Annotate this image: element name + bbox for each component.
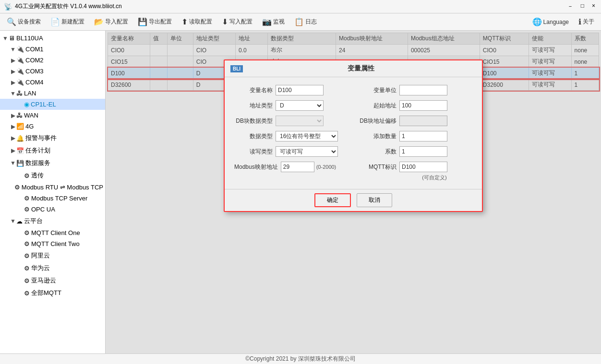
sidebar-item-mqtttwo[interactable]: ⚙MQTT Client Two bbox=[0, 238, 105, 249]
start-addr-label: 起始地址 bbox=[358, 102, 397, 110]
confirm-button[interactable]: 确定 bbox=[314, 193, 351, 207]
device-search-button[interactable]: 🔍 设备搜索 bbox=[3, 16, 45, 28]
sidebar-label-com2: COM2 bbox=[25, 57, 44, 64]
rw-type-label: 读写类型 bbox=[234, 148, 273, 156]
db-addr-offset-label: DB块地址偏移 bbox=[358, 117, 397, 125]
sidebar-item-modbusrtu[interactable]: ⚙Modbus RTU ⇌ Modbus TCP bbox=[0, 182, 105, 193]
tree-icon-transparent: ⚙ bbox=[24, 172, 30, 179]
var-unit-input[interactable] bbox=[399, 85, 447, 95]
app-icon: 📡 bbox=[4, 3, 12, 11]
tree-icon-4g: 📶 bbox=[16, 123, 24, 130]
modal-footer: 确定 取消 bbox=[225, 189, 482, 211]
sidebar-item-com2[interactable]: ▶🔌COM2 bbox=[0, 55, 105, 66]
title-bar-controls: － □ × bbox=[565, 2, 597, 11]
about-button[interactable]: ℹ 关于 bbox=[575, 16, 598, 28]
sidebar-item-mqttone[interactable]: ⚙MQTT Client One bbox=[0, 227, 105, 238]
sidebar-item-bl110ua[interactable]: ▼🖥BL110UA bbox=[0, 33, 105, 44]
coefficient-input[interactable] bbox=[399, 146, 447, 157]
export-icon: 💾 bbox=[138, 17, 147, 26]
add-count-label: 添加数量 bbox=[358, 132, 397, 141]
sidebar-item-4g[interactable]: ▶📶4G bbox=[0, 121, 105, 132]
tree-icon-task: 📅 bbox=[16, 147, 24, 154]
modbus-addr-label: Modbus映射地址 bbox=[234, 163, 278, 171]
import-config-button[interactable]: 📂 导入配置 bbox=[90, 16, 132, 28]
sidebar-item-lan[interactable]: ▼🖧LAN bbox=[0, 88, 105, 99]
sidebar-item-com1[interactable]: ▼🔌COM1 bbox=[0, 44, 105, 55]
modal-logo: BLI bbox=[230, 65, 243, 72]
tree-icon-huawei: ⚙ bbox=[24, 265, 30, 272]
modbus-addr-row: Modbus映射地址 (0-2000) bbox=[234, 162, 349, 172]
minimize-button[interactable]: － bbox=[565, 2, 575, 11]
modal-header: BLI 变量属性 bbox=[225, 60, 482, 77]
sidebar-label-task: 任务计划 bbox=[25, 146, 50, 155]
tree-icon-aliyun: ⚙ bbox=[24, 252, 30, 259]
sidebar-item-dataservice[interactable]: ▼💾数据服务 bbox=[0, 157, 105, 169]
maximize-button[interactable]: □ bbox=[579, 2, 586, 11]
tree-icon-modbustcp: ⚙ bbox=[24, 195, 30, 202]
copyright-text: ©Copyright 2021 by 深圳桀珠技术有限公司 bbox=[245, 355, 356, 363]
tree-icon-cp1l-el: ◉ bbox=[24, 101, 29, 108]
new-config-button[interactable]: 📄 新建配置 bbox=[47, 16, 88, 28]
sidebar-item-com4[interactable]: ▶🔌COM4 bbox=[0, 77, 105, 88]
sidebar-item-cp1l-el[interactable]: ◉CP1L-EL bbox=[0, 99, 105, 110]
addr-type-label: 地址类型 bbox=[234, 102, 273, 110]
modbus-addr-range: (0-2000) bbox=[316, 164, 337, 170]
var-unit-label: 变量单位 bbox=[358, 86, 397, 94]
var-name-label: 变量名称 bbox=[234, 86, 273, 94]
tree-icon-com2: 🔌 bbox=[16, 57, 24, 64]
title-bar: 📡 4G工业网关配置软件 V1.0.4 www.bliiot.cn － □ × bbox=[0, 0, 601, 13]
sidebar-label-dataservice: 数据服务 bbox=[25, 159, 50, 167]
export-config-button[interactable]: 💾 导出配置 bbox=[134, 16, 176, 28]
sidebar-item-aliyun[interactable]: ⚙阿里云 bbox=[0, 249, 105, 262]
new-config-icon: 📄 bbox=[50, 17, 60, 26]
app-title: 4G工业网关配置软件 V1.0.4 www.bliiot.cn bbox=[15, 2, 122, 11]
sidebar-item-com3[interactable]: ▶🔌COM3 bbox=[0, 66, 105, 77]
modbus-addr-input[interactable] bbox=[281, 162, 314, 172]
data-type-select[interactable]: 16位有符号整型16位无符号整型32位有符号整型布尔 bbox=[276, 131, 338, 141]
tree-icon-mqttone: ⚙ bbox=[24, 229, 30, 236]
status-bar: ©Copyright 2021 by 深圳桀珠技术有限公司 bbox=[0, 353, 601, 364]
tree-icon-mqtttwo: ⚙ bbox=[24, 240, 30, 247]
sidebar-label-com3: COM3 bbox=[25, 68, 44, 75]
sidebar-item-opcua[interactable]: ⚙OPC UA bbox=[0, 204, 105, 215]
addr-type-row: 地址类型 DCIOWH bbox=[234, 100, 349, 111]
sidebar-label-lan: LAN bbox=[24, 90, 36, 97]
mqtt-label-input[interactable] bbox=[399, 162, 447, 172]
sidebar-label-opcua: OPC UA bbox=[31, 206, 55, 213]
start-addr-input[interactable] bbox=[399, 100, 447, 111]
log-icon: 📋 bbox=[294, 17, 304, 26]
close-button[interactable]: × bbox=[590, 2, 597, 11]
modal-overlay: BLI 变量属性 变量名称 地址类型 DCIOWH bbox=[106, 31, 601, 353]
tree-icon-amazon: ⚙ bbox=[24, 277, 30, 284]
sidebar-item-cloudplatform[interactable]: ▼☁云平台 bbox=[0, 215, 105, 227]
import-icon: 📂 bbox=[94, 17, 104, 26]
sidebar-item-modbustcp[interactable]: ⚙Modbus TCP Server bbox=[0, 193, 105, 204]
sidebar-item-amazon[interactable]: ⚙亚马逊云 bbox=[0, 274, 105, 287]
sidebar-label-mqtttwo: MQTT Client Two bbox=[31, 240, 80, 247]
rw-type-select[interactable]: 可读可写只读只写 bbox=[276, 146, 338, 157]
sidebar-item-allmqtt[interactable]: ⚙全部MQTT bbox=[0, 287, 105, 299]
write-icon: ⬇ bbox=[222, 17, 228, 26]
var-unit-row: 变量单位 bbox=[358, 85, 472, 95]
sidebar-item-transparent[interactable]: ⚙透传 bbox=[0, 169, 105, 182]
sidebar-item-wan[interactable]: ▶🖧WAN bbox=[0, 110, 105, 121]
db-data-type-select bbox=[276, 116, 324, 126]
monitor-button[interactable]: 📷 监视 bbox=[258, 16, 288, 28]
sidebar-item-task[interactable]: ▶📅任务计划 bbox=[0, 144, 105, 157]
language-button[interactable]: 🌐 Language bbox=[529, 16, 573, 28]
var-name-input[interactable] bbox=[276, 85, 324, 95]
sidebar-label-alert: 报警与事件 bbox=[25, 134, 57, 142]
cancel-button[interactable]: 取消 bbox=[357, 193, 392, 207]
sidebar-item-alert[interactable]: ▶🔔报警与事件 bbox=[0, 132, 105, 144]
read-icon: ⬆ bbox=[181, 17, 188, 26]
log-button[interactable]: 📋 日志 bbox=[290, 16, 321, 28]
sidebar-label-wan: WAN bbox=[24, 112, 38, 119]
title-bar-left: 📡 4G工业网关配置软件 V1.0.4 www.bliiot.cn bbox=[4, 2, 122, 11]
mqtt-custom-label: (可自定义) bbox=[358, 174, 472, 181]
read-config-button[interactable]: ⬆ 读取配置 bbox=[178, 16, 216, 28]
sidebar-item-huawei[interactable]: ⚙华为云 bbox=[0, 262, 105, 274]
write-config-button[interactable]: ⬇ 写入配置 bbox=[218, 16, 256, 28]
add-count-input[interactable] bbox=[399, 131, 447, 141]
addr-type-select[interactable]: DCIOWH bbox=[276, 100, 324, 111]
sidebar-label-cloudplatform: 云平台 bbox=[24, 217, 43, 225]
